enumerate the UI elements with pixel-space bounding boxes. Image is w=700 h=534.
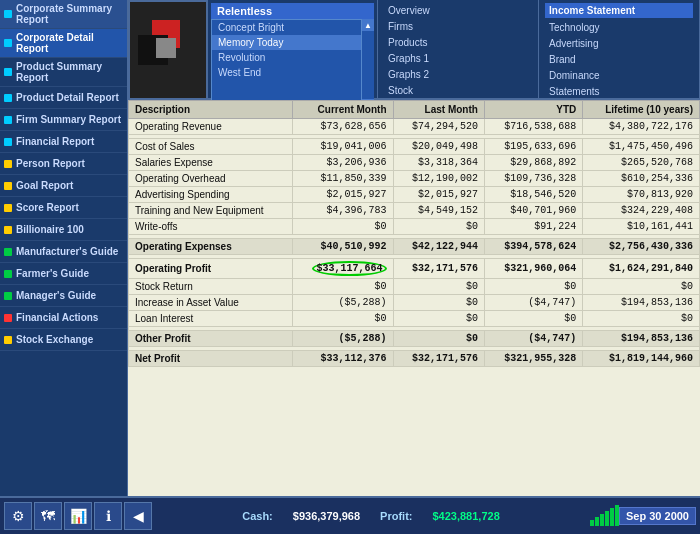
nav-item-right-advertising[interactable]: Advertising xyxy=(545,36,693,51)
sidebar-item-score-report[interactable]: Score Report xyxy=(0,197,127,219)
brand-selector: Relentless Concept BrightMemory TodayRev… xyxy=(208,0,378,98)
sidebar-item-label: Product Detail Report xyxy=(16,92,119,103)
brand-item-revolution[interactable]: Revolution xyxy=(212,50,361,65)
sidebar-item-label: Product Summary Report xyxy=(16,61,123,83)
brand-item-concept-bright[interactable]: Concept Bright xyxy=(212,20,361,35)
desc-cell: Write-offs xyxy=(129,219,293,235)
last-cell: $0 xyxy=(393,219,484,235)
desc-cell: Net Profit xyxy=(129,351,293,367)
lifetime-cell: $1,624,291,840 xyxy=(583,259,700,279)
main-content: Relentless Concept BrightMemory TodayRev… xyxy=(128,0,700,496)
current-cell: $2,015,927 xyxy=(292,187,393,203)
map-icon[interactable]: 🗺 xyxy=(34,502,62,530)
chart-icon[interactable]: 📊 xyxy=(64,502,92,530)
lifetime-cell: $70,813,920 xyxy=(583,187,700,203)
scroll-up[interactable]: ▲ xyxy=(362,19,374,31)
sidebar-item-label: Goal Report xyxy=(16,180,73,191)
nav-item-right-dominance[interactable]: Dominance xyxy=(545,68,693,83)
desc-cell: Stock Return xyxy=(129,279,293,295)
ytd-cell: $18,546,520 xyxy=(484,187,582,203)
sidebar-item-manager's-guide[interactable]: Manager's Guide xyxy=(0,285,127,307)
table-header-row: Description Current Month Last Month YTD… xyxy=(129,101,700,119)
sidebar-item-label: Manager's Guide xyxy=(16,290,96,301)
brand-item-memory-today[interactable]: Memory Today xyxy=(212,35,361,50)
desc-cell: Other Profit xyxy=(129,331,293,347)
nav-item-right-technology[interactable]: Technology xyxy=(545,20,693,35)
nav-item-right-statements[interactable]: Statements xyxy=(545,84,693,99)
back-icon[interactable]: ◀ xyxy=(124,502,152,530)
header-area: Relentless Concept BrightMemory TodayRev… xyxy=(128,0,700,100)
sidebar-item-financial-actions[interactable]: Financial Actions xyxy=(0,307,127,329)
nav-item-right-brand[interactable]: Brand xyxy=(545,52,693,67)
current-cell: $19,041,006 xyxy=(292,139,393,155)
table-row: Training and New Equipment$4,396,783$4,5… xyxy=(129,203,700,219)
sidebar-item-product-detail-report[interactable]: Product Detail Report xyxy=(0,87,127,109)
last-cell: $12,190,002 xyxy=(393,171,484,187)
nav-item-graphs-2[interactable]: Graphs 2 xyxy=(384,67,532,82)
table-row: Advertising Spending$2,015,927$2,015,927… xyxy=(129,187,700,203)
sidebar-item-corporate-summary-report[interactable]: Corporate Summary Report xyxy=(0,0,127,29)
sidebar-item-stock-exchange[interactable]: Stock Exchange xyxy=(0,329,127,351)
current-cell: $33,117,664 xyxy=(292,259,393,279)
desc-cell: Operating Overhead xyxy=(129,171,293,187)
sidebar-item-farmer's-guide[interactable]: Farmer's Guide xyxy=(0,263,127,285)
last-cell: $3,318,364 xyxy=(393,155,484,171)
table-row: Cost of Sales$19,041,006$20,049,498$195,… xyxy=(129,139,700,155)
table-row: Operating Expenses$40,510,992$42,122,944… xyxy=(129,239,700,255)
lifetime-cell: $610,254,336 xyxy=(583,171,700,187)
sidebar-item-person-report[interactable]: Person Report xyxy=(0,153,127,175)
col-current-month: Current Month xyxy=(292,101,393,119)
last-cell: $32,171,576 xyxy=(393,351,484,367)
desc-cell: Training and New Equipment xyxy=(129,203,293,219)
sidebar-item-corporate-detail-report[interactable]: Corporate Detail Report xyxy=(0,29,127,58)
current-cell: ($5,288) xyxy=(292,295,393,311)
ytd-cell: $394,578,624 xyxy=(484,239,582,255)
col-ytd: YTD xyxy=(484,101,582,119)
sidebar-item-goal-report[interactable]: Goal Report xyxy=(0,175,127,197)
ytd-cell: ($4,747) xyxy=(484,331,582,347)
info-icon[interactable]: ℹ xyxy=(94,502,122,530)
sidebar-item-financial-report[interactable]: Financial Report xyxy=(0,131,127,153)
nav-item-stock[interactable]: Stock xyxy=(384,83,532,98)
ytd-cell: $0 xyxy=(484,311,582,327)
table-row: Operating Revenue$73,628,656$74,294,520$… xyxy=(129,119,700,135)
sidebar: Corporate Summary ReportCorporate Detail… xyxy=(0,0,128,496)
table-row: Net Profit$33,112,376$32,171,576$321,955… xyxy=(129,351,700,367)
ytd-cell: ($4,747) xyxy=(484,295,582,311)
sidebar-item-firm-summary-report[interactable]: Firm Summary Report xyxy=(0,109,127,131)
table-row: Increase in Asset Value($5,288)$0($4,747… xyxy=(129,295,700,311)
nav-item-products[interactable]: Products xyxy=(384,35,532,50)
lifetime-cell: $1,819,144,960 xyxy=(583,351,700,367)
sidebar-item-billionaire-100[interactable]: Billionaire 100 xyxy=(0,219,127,241)
last-cell: $74,294,520 xyxy=(393,119,484,135)
current-cell: $73,628,656 xyxy=(292,119,393,135)
brand-scroll[interactable]: ▲ ▼ xyxy=(362,19,374,111)
sidebar-item-label: Stock Exchange xyxy=(16,334,93,345)
sidebar-item-product-summary-report[interactable]: Product Summary Report xyxy=(0,58,127,87)
lifetime-cell: $194,853,136 xyxy=(583,331,700,347)
ytd-cell: $29,868,892 xyxy=(484,155,582,171)
last-cell: $2,015,927 xyxy=(393,187,484,203)
sidebar-dot xyxy=(4,336,12,344)
nav-item-overview[interactable]: Overview xyxy=(384,3,532,18)
nav-item-firms[interactable]: Firms xyxy=(384,19,532,34)
lifetime-cell: $10,161,441 xyxy=(583,219,700,235)
sidebar-item-manufacturer's-guide[interactable]: Manufacturer's Guide xyxy=(0,241,127,263)
nav-item-graphs-1[interactable]: Graphs 1 xyxy=(384,51,532,66)
logo-icon xyxy=(138,20,198,80)
top-area: Corporate Summary ReportCorporate Detail… xyxy=(0,0,700,496)
brand-list-container: Concept BrightMemory TodayRevolutionWest… xyxy=(211,19,374,111)
col-description: Description xyxy=(129,101,293,119)
signal-bars xyxy=(590,506,619,526)
last-cell: $32,171,576 xyxy=(393,259,484,279)
bottom-bar: ⚙ 🗺 📊 ℹ ◀ Cash: $936,379,968 Profit: $42… xyxy=(0,496,700,534)
ytd-cell: $109,736,328 xyxy=(484,171,582,187)
toolbar-icons: ⚙ 🗺 📊 ℹ ◀ xyxy=(4,502,152,530)
ytd-cell: $716,538,688 xyxy=(484,119,582,135)
signal-bar-1 xyxy=(590,520,594,526)
desc-cell: Cost of Sales xyxy=(129,139,293,155)
current-cell: $0 xyxy=(292,279,393,295)
settings-icon[interactable]: ⚙ xyxy=(4,502,32,530)
brand-item-west-end[interactable]: West End xyxy=(212,65,361,80)
sidebar-dot xyxy=(4,94,12,102)
